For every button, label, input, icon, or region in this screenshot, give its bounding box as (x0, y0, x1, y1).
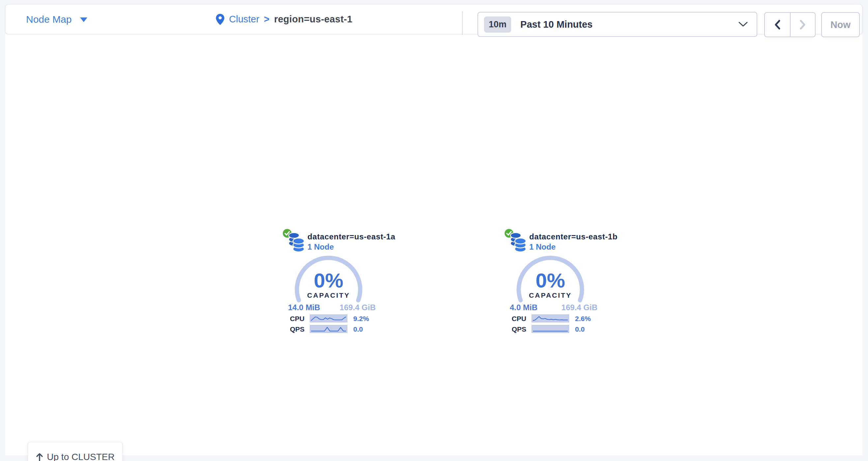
qps-stat-row: QPS 0.0 (282, 325, 381, 333)
arrow-up-icon (36, 453, 43, 461)
capacity-total: 169.4 GiB (561, 303, 597, 312)
capacity-percent: 0% (292, 269, 365, 292)
breadcrumb: Cluster > region=us-east-1 (216, 5, 352, 34)
capacity-total: 169.4 GiB (340, 303, 376, 312)
breadcrumb-cluster-link[interactable]: Cluster (229, 14, 259, 25)
breadcrumb-current: region=us-east-1 (274, 14, 352, 25)
datacenter-title: datacenter=us-east-1a (307, 232, 396, 241)
qps-stat-row: QPS 0.0 (503, 325, 603, 333)
node-map-canvas: datacenter=us-east-1a 1 Node 0% CAPACITY… (5, 34, 862, 455)
time-step-buttons (764, 12, 816, 37)
capacity-label: CAPACITY (292, 291, 365, 299)
cpu-value: 2.6% (575, 315, 591, 323)
datacenter-card-us-east-1b[interactable]: datacenter=us-east-1b 1 Node 0% CAPACITY… (503, 228, 603, 336)
up-to-cluster-label: Up to CLUSTER (47, 452, 114, 461)
qps-label: QPS (285, 325, 305, 333)
chevron-down-icon (738, 22, 748, 27)
datacenter-node-count: 1 Node (529, 242, 556, 252)
qps-value: 0.0 (575, 325, 585, 333)
caret-down-icon (80, 18, 87, 22)
qps-label: QPS (506, 325, 526, 333)
cpu-label: CPU (285, 315, 305, 323)
cpu-sparkline (310, 315, 347, 322)
now-button[interactable]: Now (821, 12, 860, 37)
qps-value: 0.0 (353, 325, 363, 333)
up-to-cluster-button[interactable]: Up to CLUSTER (28, 442, 123, 461)
capacity-used: 4.0 MiB (510, 303, 537, 312)
chevron-left-icon (773, 20, 781, 30)
cpu-label: CPU (506, 315, 526, 323)
datacenter-card-us-east-1a[interactable]: datacenter=us-east-1a 1 Node 0% CAPACITY… (282, 228, 381, 336)
capacity-used: 14.0 MiB (288, 303, 320, 312)
location-pin-icon (216, 14, 224, 25)
time-range-dropdown[interactable]: 10m Past 10 Minutes (477, 12, 757, 37)
capacity-percent: 0% (514, 269, 587, 292)
cpu-sparkline (531, 315, 569, 322)
chevron-right-icon (799, 20, 807, 30)
view-selector-dropdown[interactable]: Node Map (26, 5, 87, 34)
time-range-badge: 10m (484, 17, 511, 33)
qps-sparkline (310, 325, 347, 333)
capacity-values: 14.0 MiB 169.4 GiB (288, 303, 376, 312)
topbar-divider (462, 11, 463, 35)
cpu-stat-row: CPU 2.6% (503, 315, 603, 322)
topbar: Node Map Cluster > region=us-east-1 10m … (5, 4, 862, 34)
datacenter-node-count: 1 Node (307, 242, 334, 252)
capacity-values: 4.0 MiB 169.4 GiB (510, 303, 597, 312)
database-stack-icon (509, 231, 527, 254)
cpu-value: 9.2% (353, 315, 369, 323)
qps-sparkline (531, 325, 569, 333)
time-range-label: Past 10 Minutes (520, 19, 592, 30)
breadcrumb-separator: > (264, 14, 270, 25)
cpu-stat-row: CPU 9.2% (282, 315, 381, 322)
datacenter-title: datacenter=us-east-1b (529, 232, 618, 241)
time-step-forward-button[interactable] (790, 13, 815, 37)
capacity-label: CAPACITY (514, 291, 587, 299)
database-stack-icon (287, 231, 305, 254)
view-selector-label: Node Map (26, 14, 71, 25)
time-step-back-button[interactable] (765, 13, 790, 37)
